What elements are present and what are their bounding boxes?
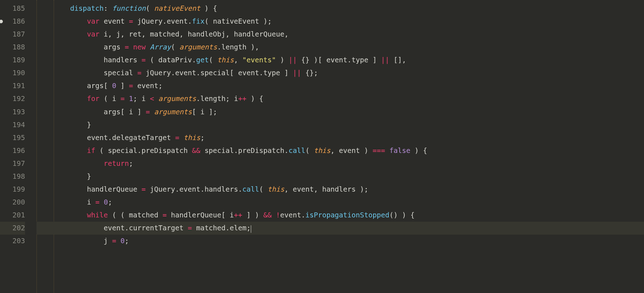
line-number[interactable]: 190 bbox=[0, 67, 25, 80]
code-token bbox=[385, 146, 390, 155]
code-line[interactable]: if ( special.preDispatch && special.preD… bbox=[36, 144, 644, 157]
code-token: [ bbox=[104, 82, 112, 90]
code-token: for bbox=[87, 95, 99, 103]
line-number[interactable]: 201 bbox=[0, 209, 25, 222]
code-area[interactable]: dispatch: function( nativeEvent ) { var … bbox=[33, 0, 644, 293]
line-number[interactable]: 194 bbox=[0, 119, 25, 131]
code-line[interactable]: } bbox=[36, 170, 644, 183]
code-token: return bbox=[104, 159, 129, 168]
code-token: = bbox=[142, 185, 146, 193]
code-token: jQuery.event.special[ event.type ] bbox=[142, 69, 293, 77]
code-token: arguments bbox=[154, 108, 192, 116]
code-token bbox=[125, 95, 129, 103]
code-line[interactable]: dispatch: function( nativeEvent ) { bbox=[36, 2, 644, 15]
code-token bbox=[154, 95, 158, 103]
code-token: special.preDispatch. bbox=[200, 146, 289, 155]
line-number-gutter[interactable]: 1851861871881891901911921931941951961971… bbox=[0, 0, 33, 293]
line-number[interactable]: 188 bbox=[0, 41, 25, 54]
code-token bbox=[150, 108, 154, 116]
code-token: ++ bbox=[234, 211, 242, 219]
code-line[interactable]: handlers = ( dataPriv.get( this, "events… bbox=[36, 54, 644, 67]
code-token: ( bbox=[146, 4, 154, 13]
line-number[interactable]: 185 bbox=[0, 2, 25, 15]
code-token: [ i ] bbox=[121, 108, 146, 116]
code-token: .length; i bbox=[196, 95, 238, 103]
line-number[interactable]: 198 bbox=[0, 170, 25, 183]
code-token: {} )[ event.type ] bbox=[297, 56, 381, 64]
line-number[interactable]: 203 bbox=[0, 235, 25, 248]
code-line[interactable]: special = jQuery.event.special[ event.ty… bbox=[36, 67, 644, 80]
code-token: arguments bbox=[158, 95, 196, 103]
line-number[interactable]: 189 bbox=[0, 54, 25, 67]
code-token: ++ bbox=[238, 95, 247, 103]
code-token bbox=[121, 43, 125, 51]
code-line[interactable]: } bbox=[36, 119, 644, 131]
code-line[interactable]: var i, j, ret, matched, handleObj, handl… bbox=[36, 28, 644, 41]
code-token bbox=[133, 69, 137, 77]
code-token: dispatch bbox=[70, 4, 104, 13]
code-token: jQuery.event. bbox=[133, 17, 192, 25]
line-number[interactable]: 192 bbox=[0, 92, 25, 105]
code-token: = bbox=[142, 56, 146, 64]
line-number[interactable]: 199 bbox=[0, 183, 25, 196]
code-line[interactable]: args[ i ] = arguments[ i ]; bbox=[36, 106, 644, 119]
code-token: : bbox=[104, 4, 112, 13]
code-token: get bbox=[196, 56, 209, 64]
code-token: ) { bbox=[247, 95, 263, 103]
code-token: args bbox=[104, 108, 121, 116]
code-token: 0 bbox=[121, 237, 125, 245]
code-token bbox=[179, 134, 184, 142]
code-token: 0 bbox=[104, 198, 108, 206]
text-cursor bbox=[251, 225, 251, 233]
code-token: [ i ]; bbox=[192, 108, 217, 116]
line-number[interactable]: 186 bbox=[0, 15, 25, 28]
code-token: = bbox=[188, 224, 192, 232]
code-token: = bbox=[112, 237, 116, 245]
line-number[interactable]: 195 bbox=[0, 131, 25, 144]
code-editor[interactable]: 1851861871881891901911921931941951961971… bbox=[0, 0, 644, 293]
code-token: = bbox=[125, 43, 129, 51]
line-number[interactable]: 191 bbox=[0, 80, 25, 92]
code-line[interactable]: var event = jQuery.event.fix( nativeEven… bbox=[36, 15, 644, 28]
code-token: handlerQueue bbox=[87, 185, 137, 193]
line-number[interactable]: 197 bbox=[0, 157, 25, 170]
code-token: function bbox=[112, 4, 146, 13]
code-line[interactable]: event.currentTarget = matched.elem; bbox=[36, 222, 644, 235]
code-token bbox=[184, 224, 188, 232]
code-token: () ) { bbox=[389, 211, 414, 219]
code-line[interactable]: while ( ( matched = handlerQueue[ i++ ] … bbox=[36, 209, 644, 222]
line-number[interactable]: 193 bbox=[0, 106, 25, 119]
code-line[interactable]: for ( i = 1; i < arguments.length; i++ )… bbox=[36, 92, 644, 105]
code-token: event.delegateTarget bbox=[87, 134, 171, 142]
code-line[interactable]: j = 0; bbox=[36, 235, 644, 248]
code-line[interactable]: args[ 0 ] = event; bbox=[36, 80, 644, 92]
line-number[interactable]: 196 bbox=[0, 144, 25, 157]
code-token: ] bbox=[116, 82, 129, 90]
line-number[interactable]: 202 bbox=[0, 222, 25, 235]
code-token: ; bbox=[125, 237, 129, 245]
line-number[interactable]: 187 bbox=[0, 28, 25, 41]
code-token: ( ( matched bbox=[108, 211, 163, 219]
code-line[interactable]: handlerQueue = jQuery.event.handlers.cal… bbox=[36, 183, 644, 196]
code-token: = bbox=[146, 108, 150, 116]
code-token bbox=[137, 185, 142, 193]
code-token: new bbox=[133, 43, 146, 51]
code-token: ( bbox=[305, 146, 313, 155]
code-line[interactable]: return; bbox=[36, 157, 644, 170]
line-number[interactable]: 200 bbox=[0, 196, 25, 209]
code-line[interactable]: args = new Array( arguments.length ), bbox=[36, 41, 644, 54]
code-token: event; bbox=[133, 82, 162, 90]
code-token: = bbox=[95, 198, 99, 206]
code-token: = bbox=[121, 95, 125, 103]
code-token: < bbox=[150, 95, 154, 103]
code-token bbox=[99, 17, 104, 25]
code-line[interactable]: event.delegateTarget = this; bbox=[36, 131, 644, 144]
code-token: j bbox=[104, 237, 108, 245]
code-token: this bbox=[314, 146, 331, 155]
code-token: handlers bbox=[104, 56, 137, 64]
code-token: 1 bbox=[129, 95, 133, 103]
code-token: 0 bbox=[112, 82, 116, 90]
code-token: , event, handlers ); bbox=[284, 185, 369, 193]
code-line[interactable]: i = 0; bbox=[36, 196, 644, 209]
code-token: ( bbox=[209, 56, 217, 64]
